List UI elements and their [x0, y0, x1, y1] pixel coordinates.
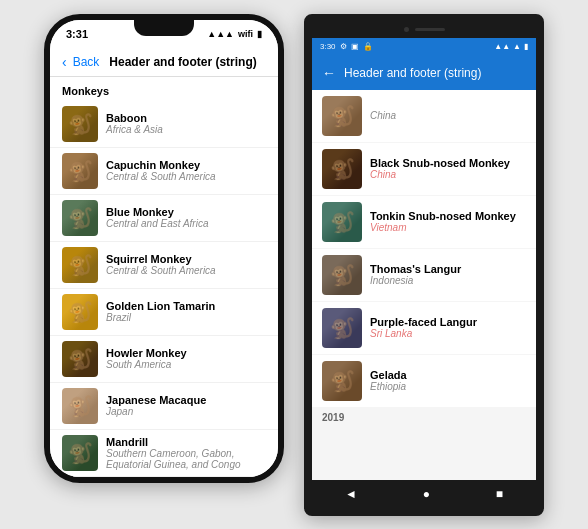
android-home-button[interactable]: ● [423, 487, 430, 501]
monkey-info: Black Snub-nosed Monkey China [370, 157, 510, 180]
signal-bars-icon: ▲▲ [494, 42, 510, 51]
animal-icon: 🐒 [62, 200, 98, 236]
monkey-image: 🐒 [322, 202, 362, 242]
monkey-image: 🐒 [62, 294, 98, 330]
android-toolbar-title: Header and footer (string) [344, 66, 481, 80]
android-back-nav-button[interactable]: ◄ [345, 487, 357, 501]
monkey-image: 🐒 [62, 200, 98, 236]
animal-icon: 🐒 [62, 294, 98, 330]
animal-icon: 🐒 [62, 341, 98, 377]
monkey-name: Baboon [106, 112, 163, 124]
android-top-bar [312, 22, 536, 38]
list-item[interactable]: 🐒 Golden Lion Tamarin Brazil [50, 289, 278, 336]
list-item[interactable]: 🐒 Black Snub-nosed Monkey China [312, 143, 536, 195]
list-item[interactable]: 🐒 Japanese Macaque Japan [50, 383, 278, 430]
monkey-image: 🐒 [322, 149, 362, 189]
iphone-status-bar: 3:31 ▲▲▲ wifi ▮ [50, 20, 278, 48]
monkey-info: Gelada Ethiopia [370, 369, 407, 392]
monkey-region: Vietnam [370, 222, 516, 233]
monkey-region: Central and East Africa [106, 218, 208, 229]
iphone-notch [134, 20, 194, 36]
list-item[interactable]: 🐒 Tonkin Snub-nosed Monkey Vietnam [312, 196, 536, 248]
iphone-status-icons: ▲▲▲ wifi ▮ [207, 29, 262, 39]
list-item[interactable]: 🐒 Gelada Ethiopia [312, 355, 536, 407]
monkey-info: Squirrel Monkey Central & South America [106, 253, 216, 276]
section-footer: 2019 [312, 408, 536, 427]
list-item[interactable]: 🐒 Baboon Africa & Asia [50, 101, 278, 148]
monkey-region: China [370, 110, 396, 121]
monkey-info: Thomas's Langur Indonesia [370, 263, 461, 286]
monkey-image: 🐒 [62, 247, 98, 283]
monkey-region: Sri Lanka [370, 328, 477, 339]
monkey-info: Purple-faced Langur Sri Lanka [370, 316, 477, 339]
iphone-nav-bar: ‹ Back Header and footer (string) [50, 48, 278, 77]
android-status-left: 3:30 ⚙ ▣ 🔒 [320, 42, 373, 51]
monkey-list: 🐒 Baboon Africa & Asia 🐒 Capuchin Monkey… [50, 101, 278, 477]
monkey-info: Golden Lion Tamarin Brazil [106, 300, 215, 323]
battery-icon: ▮ [257, 29, 262, 39]
animal-icon: 🐒 [62, 106, 98, 142]
monkey-region: Central & South America [106, 265, 216, 276]
monkey-region: South America [106, 359, 187, 370]
back-arrow-icon[interactable]: ‹ [62, 54, 67, 70]
monkey-name: Mandrill [106, 436, 266, 448]
monkey-name: Black Snub-nosed Monkey [370, 157, 510, 169]
android-status-bar: 3:30 ⚙ ▣ 🔒 ▲▲ ▲ ▮ [312, 38, 536, 56]
animal-icon: 🐒 [322, 149, 362, 189]
animal-icon: 🐒 [322, 255, 362, 295]
monkey-region: China [370, 169, 510, 180]
monkey-image: 🐒 [62, 435, 98, 471]
monkey-image: 🐒 [62, 106, 98, 142]
monkey-name: Gelada [370, 369, 407, 381]
monkey-info: Japanese Macaque Japan [106, 394, 206, 417]
list-item[interactable]: 🐒 Thomas's Langur Indonesia [312, 249, 536, 301]
monkey-name: Japanese Macaque [106, 394, 206, 406]
animal-icon: 🐒 [322, 96, 362, 136]
monkey-name: Tonkin Snub-nosed Monkey [370, 210, 516, 222]
monkey-image: 🐒 [62, 388, 98, 424]
monkey-region: Brazil [106, 312, 215, 323]
iphone-nav-title: Header and footer (string) [109, 55, 256, 69]
android-status-right: ▲▲ ▲ ▮ [494, 42, 528, 51]
android-recents-button[interactable]: ■ [496, 487, 503, 501]
list-item[interactable]: 🐒 China [312, 90, 536, 142]
front-camera [404, 27, 409, 32]
list-item[interactable]: 🐒 Mandrill Southern Cameroon, Gabon, Equ… [50, 430, 278, 477]
monkey-info: Blue Monkey Central and East Africa [106, 206, 208, 229]
monkey-name: Thomas's Langur [370, 263, 461, 275]
monkey-name: Squirrel Monkey [106, 253, 216, 265]
animal-icon: 🐒 [62, 388, 98, 424]
list-item[interactable]: 🐒 Blue Monkey Central and East Africa [50, 195, 278, 242]
list-item[interactable]: 🐒 Purple-faced Langur Sri Lanka [312, 302, 536, 354]
animal-icon: 🐒 [62, 247, 98, 283]
android-device: 3:30 ⚙ ▣ 🔒 ▲▲ ▲ ▮ ← Header and footer (s… [304, 14, 544, 516]
monkey-image: 🐒 [322, 255, 362, 295]
wifi-icon: wifi [238, 29, 253, 39]
monkey-info: Baboon Africa & Asia [106, 112, 163, 135]
monkey-name: Blue Monkey [106, 206, 208, 218]
animal-icon: 🐒 [62, 435, 98, 471]
back-button[interactable]: Back [73, 55, 100, 69]
monkey-region: Central & South America [106, 171, 216, 182]
animal-icon: 🐒 [322, 361, 362, 401]
monkey-region: Ethiopia [370, 381, 407, 392]
monkey-name: Purple-faced Langur [370, 316, 477, 328]
monkey-info: China [370, 110, 396, 121]
wifi-icon: ▲ [513, 42, 521, 51]
list-item[interactable]: 🐒 Squirrel Monkey Central & South Americ… [50, 242, 278, 289]
monkey-name: Howler Monkey [106, 347, 187, 359]
monkey-info: Tonkin Snub-nosed Monkey Vietnam [370, 210, 516, 233]
android-back-button[interactable]: ← [322, 65, 336, 81]
monkey-image: 🐒 [322, 96, 362, 136]
android-toolbar: ← Header and footer (string) [312, 56, 536, 90]
monkey-region: Indonesia [370, 275, 461, 286]
section-header: Monkeys [50, 77, 278, 101]
list-item[interactable]: 🐒 Howler Monkey South America [50, 336, 278, 383]
monkey-image: 🐒 [62, 153, 98, 189]
speaker [415, 28, 445, 31]
list-item[interactable]: 🐒 Capuchin Monkey Central & South Americ… [50, 148, 278, 195]
monkey-region: Southern Cameroon, Gabon, Equatorial Gui… [106, 448, 266, 470]
monkey-info: Mandrill Southern Cameroon, Gabon, Equat… [106, 436, 266, 470]
sim-icon: ▣ [351, 42, 359, 51]
monkey-region: Japan [106, 406, 206, 417]
